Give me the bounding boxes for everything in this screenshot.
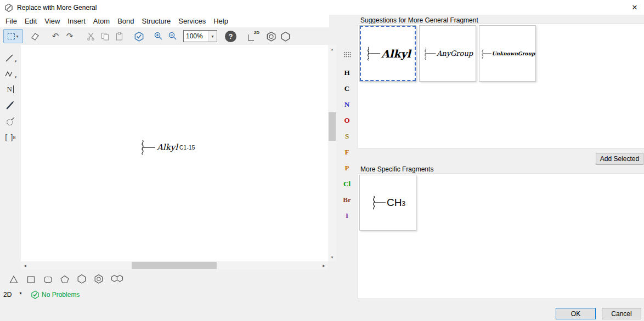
text-tool-button[interactable]: N xyxy=(1,82,20,96)
menubar: File Edit View Insert Atom Bond Structur… xyxy=(0,15,329,27)
chain-icon xyxy=(4,70,14,78)
fused-rings-template-button[interactable] xyxy=(109,272,126,286)
zoom-level-select[interactable]: 100% ▾ xyxy=(183,30,217,42)
scroll-right-button[interactable]: ▶ xyxy=(320,261,328,270)
add-selected-button[interactable]: Add Selected xyxy=(596,153,643,165)
status-message: No Problems xyxy=(42,291,80,299)
cut-button[interactable] xyxy=(83,29,98,43)
benzene-template-button[interactable] xyxy=(92,272,106,286)
pentagon-template-button[interactable] xyxy=(58,272,72,286)
vertical-scrollbar-thumb[interactable] xyxy=(329,112,336,141)
main-toolbar: ▾ ↶ ↷ 100% ▾ xyxy=(0,27,332,45)
menu-structure[interactable]: Structure xyxy=(138,15,175,27)
clean-2d-button[interactable]: 2D xyxy=(246,29,261,43)
no-problems-indicator[interactable]: No Problems xyxy=(31,290,80,299)
cyclobutane-template-button[interactable] xyxy=(24,272,38,286)
chevron-down-icon: ▾ xyxy=(16,34,18,39)
bond-tool-button[interactable]: ▾ xyxy=(1,51,20,65)
cyclopentane-template-button[interactable] xyxy=(41,272,55,286)
menu-insert[interactable]: Insert xyxy=(64,15,89,27)
element-palette: H C N O S F P Cl Br I xyxy=(336,45,358,261)
cyclopropane-template-button[interactable] xyxy=(7,272,21,286)
hexagon-icon xyxy=(280,31,291,42)
dimension-mode-label[interactable]: 2D xyxy=(3,291,12,299)
element-I[interactable]: I xyxy=(336,209,358,223)
specific-card-ch3[interactable]: CH3 xyxy=(359,175,416,231)
square-icon xyxy=(26,274,36,284)
window-title: Replace with More General xyxy=(17,4,97,12)
specific-fragments-title: More Specific Fragments xyxy=(360,165,433,173)
element-P[interactable]: P xyxy=(336,161,358,175)
menu-atom[interactable]: Atom xyxy=(89,15,114,27)
suggestion-label: Alkyl xyxy=(381,48,410,60)
menu-help[interactable]: Help xyxy=(210,15,232,27)
menu-file[interactable]: File xyxy=(2,15,21,27)
rect-select-button[interactable]: ▾ xyxy=(3,29,23,43)
chain-tool-button[interactable]: ▾ xyxy=(1,67,20,81)
scroll-up-button[interactable]: ▲ xyxy=(328,45,336,53)
redo-icon: ↷ xyxy=(66,31,74,41)
cut-icon xyxy=(86,32,95,41)
element-Cl[interactable]: Cl xyxy=(336,177,358,191)
template-shape-bar xyxy=(0,270,126,288)
bond-icon xyxy=(4,53,14,63)
periodic-table-grid-icon[interactable] xyxy=(343,51,352,58)
redo-button[interactable]: ↷ xyxy=(63,29,77,43)
zoom-in-button[interactable] xyxy=(151,29,166,43)
horizontal-scrollbar[interactable]: ◀ ▶ xyxy=(21,261,328,270)
menu-services[interactable]: Services xyxy=(174,15,210,27)
element-C[interactable]: C xyxy=(336,82,358,96)
paste-button[interactable] xyxy=(112,29,126,43)
close-button[interactable]: ✕ xyxy=(626,0,643,14)
pentagon-icon xyxy=(60,274,70,284)
check-structure-button[interactable] xyxy=(132,29,146,43)
menu-bond[interactable]: Bond xyxy=(114,15,138,27)
help-button[interactable]: ? xyxy=(225,31,236,42)
canvas-fragment-alkyl[interactable]: Alkyl C1-15 xyxy=(139,140,195,155)
suggestion-card-unknowngroup[interactable]: UnknownGroup xyxy=(479,25,536,82)
check-structure-icon xyxy=(134,31,144,42)
fragment-range-label: C1-15 xyxy=(179,145,195,151)
eraser-icon xyxy=(30,31,39,41)
vertical-scrollbar[interactable]: ▲ ▼ xyxy=(328,45,336,261)
menu-edit[interactable]: Edit xyxy=(21,15,41,27)
copy-button[interactable] xyxy=(98,29,112,43)
suggestion-label: UnknownGroup xyxy=(492,51,535,56)
chevron-down-icon: ▾ xyxy=(15,75,17,79)
ok-button[interactable]: OK xyxy=(556,308,596,319)
suggestion-label: AnyGroup xyxy=(437,49,473,58)
horizontal-scrollbar-thumb[interactable] xyxy=(132,262,217,269)
element-F[interactable]: F xyxy=(336,145,358,159)
element-Br[interactable]: Br xyxy=(336,193,358,207)
app-icon xyxy=(4,3,13,12)
menu-view[interactable]: View xyxy=(41,15,64,27)
zoom-out-button[interactable] xyxy=(166,29,180,43)
scroll-left-button[interactable]: ◀ xyxy=(21,261,29,270)
help-icon: ? xyxy=(229,32,233,41)
attachment-point-icon xyxy=(370,195,387,210)
drawing-canvas[interactable]: Alkyl C1-15 xyxy=(21,45,328,261)
brush-tool-button[interactable] xyxy=(1,98,20,112)
cyclohexane-template-button[interactable] xyxy=(75,272,89,286)
specific-fragments-list: CH3 xyxy=(358,173,644,299)
suggestion-card-alkyl[interactable]: Alkyl xyxy=(359,25,416,82)
eraser-button[interactable] xyxy=(27,29,42,43)
clean-2d-icon: 2D xyxy=(247,31,259,41)
text-tool-icon: N xyxy=(7,85,12,94)
hexagon-template-button[interactable] xyxy=(278,29,292,43)
element-O[interactable]: O xyxy=(336,113,358,128)
fused-hexagons-icon xyxy=(111,274,124,283)
ring-tool-icon xyxy=(5,117,15,127)
ring-tool-button[interactable] xyxy=(1,114,20,129)
aromatize-button[interactable] xyxy=(264,29,278,43)
undo-button[interactable]: ↶ xyxy=(48,29,63,43)
element-H[interactable]: H xyxy=(336,66,358,80)
cancel-button[interactable]: Cancel xyxy=(602,308,641,319)
element-N[interactable]: N xyxy=(336,98,358,112)
scroll-down-button[interactable]: ▼ xyxy=(328,253,336,261)
suggestion-card-anygroup[interactable]: AnyGroup xyxy=(419,25,476,82)
bracket-tool-button[interactable]: [ ] R xyxy=(1,130,20,145)
benzene-circle-icon xyxy=(94,274,104,284)
brush-icon xyxy=(5,100,15,110)
element-S[interactable]: S xyxy=(336,129,358,144)
